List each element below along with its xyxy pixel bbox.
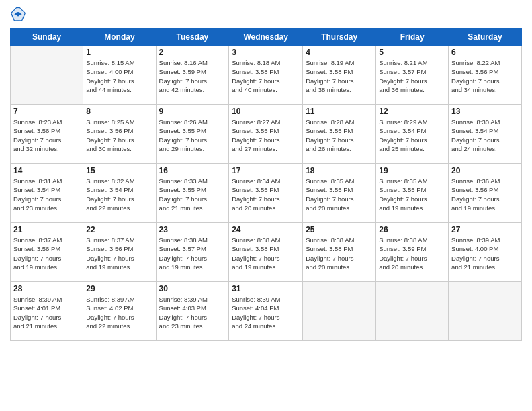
day-number: 31	[232, 284, 300, 293]
day-number: 8	[86, 107, 152, 116]
day-number: 23	[159, 225, 226, 234]
day-info: Sunrise: 8:35 AM Sunset: 3:55 PM Dayligh…	[379, 177, 445, 212]
day-info: Sunrise: 8:39 AM Sunset: 4:04 PM Dayligh…	[232, 295, 300, 330]
day-info: Sunrise: 8:29 AM Sunset: 3:54 PM Dayligh…	[379, 118, 445, 153]
calendar-cell: 8Sunrise: 8:25 AM Sunset: 3:56 PM Daylig…	[83, 105, 156, 164]
day-info: Sunrise: 8:39 AM Sunset: 4:01 PM Dayligh…	[13, 295, 80, 330]
calendar-cell: 27Sunrise: 8:39 AM Sunset: 4:00 PM Dayli…	[449, 223, 522, 282]
day-number: 5	[379, 48, 445, 57]
calendar-week-row: 21Sunrise: 8:37 AM Sunset: 3:56 PM Dayli…	[11, 223, 522, 282]
calendar-cell: 31Sunrise: 8:39 AM Sunset: 4:04 PM Dayli…	[229, 282, 303, 341]
calendar-cell: 21Sunrise: 8:37 AM Sunset: 3:56 PM Dayli…	[11, 223, 83, 282]
logo-icon	[10, 7, 26, 23]
day-info: Sunrise: 8:39 AM Sunset: 4:03 PM Dayligh…	[159, 295, 226, 330]
logo	[10, 7, 29, 23]
calendar-header-row: SundayMondayTuesdayWednesdayThursdayFrid…	[11, 29, 522, 46]
calendar-cell: 25Sunrise: 8:38 AM Sunset: 3:58 PM Dayli…	[303, 223, 376, 282]
day-number: 14	[13, 166, 80, 175]
day-info: Sunrise: 8:34 AM Sunset: 3:55 PM Dayligh…	[232, 177, 300, 212]
day-number: 26	[379, 225, 445, 234]
day-info: Sunrise: 8:18 AM Sunset: 3:58 PM Dayligh…	[232, 58, 300, 94]
calendar-week-row: 1Sunrise: 8:15 AM Sunset: 4:00 PM Daylig…	[11, 46, 522, 105]
day-info: Sunrise: 8:19 AM Sunset: 3:58 PM Dayligh…	[306, 58, 373, 94]
day-number: 10	[232, 107, 300, 116]
day-number: 16	[159, 166, 226, 175]
calendar-week-row: 7Sunrise: 8:23 AM Sunset: 3:56 PM Daylig…	[11, 105, 522, 164]
day-info: Sunrise: 8:30 AM Sunset: 3:54 PM Dayligh…	[451, 118, 519, 153]
calendar-cell: 23Sunrise: 8:38 AM Sunset: 3:57 PM Dayli…	[156, 223, 229, 282]
calendar-cell: 3Sunrise: 8:18 AM Sunset: 3:58 PM Daylig…	[229, 46, 303, 105]
day-number: 24	[232, 225, 300, 234]
day-number: 6	[451, 48, 519, 57]
day-info: Sunrise: 8:16 AM Sunset: 3:59 PM Dayligh…	[159, 58, 226, 94]
day-number: 15	[86, 166, 152, 175]
svg-point-2	[17, 13, 20, 17]
calendar-cell: 11Sunrise: 8:28 AM Sunset: 3:55 PM Dayli…	[303, 105, 376, 164]
calendar-cell: 16Sunrise: 8:33 AM Sunset: 3:55 PM Dayli…	[156, 164, 229, 223]
calendar-cell: 4Sunrise: 8:19 AM Sunset: 3:58 PM Daylig…	[303, 46, 376, 105]
calendar-cell: 29Sunrise: 8:39 AM Sunset: 4:02 PM Dayli…	[83, 282, 156, 341]
calendar-cell: 17Sunrise: 8:34 AM Sunset: 3:55 PM Dayli…	[229, 164, 303, 223]
calendar-cell: 20Sunrise: 8:36 AM Sunset: 3:56 PM Dayli…	[449, 164, 522, 223]
calendar-cell: 15Sunrise: 8:32 AM Sunset: 3:54 PM Dayli…	[83, 164, 156, 223]
day-number: 29	[86, 284, 152, 293]
page: SundayMondayTuesdayWednesdayThursdayFrid…	[0, 0, 532, 411]
calendar-cell	[303, 282, 376, 341]
calendar-day-header: Wednesday	[229, 29, 303, 46]
day-number: 7	[13, 107, 80, 116]
calendar-week-row: 14Sunrise: 8:31 AM Sunset: 3:54 PM Dayli…	[11, 164, 522, 223]
calendar-cell: 9Sunrise: 8:26 AM Sunset: 3:55 PM Daylig…	[156, 105, 229, 164]
calendar-cell: 1Sunrise: 8:15 AM Sunset: 4:00 PM Daylig…	[83, 46, 156, 105]
calendar-cell: 26Sunrise: 8:38 AM Sunset: 3:59 PM Dayli…	[376, 223, 449, 282]
day-info: Sunrise: 8:39 AM Sunset: 4:02 PM Dayligh…	[86, 295, 152, 330]
day-number: 30	[159, 284, 226, 293]
calendar-cell	[11, 46, 83, 105]
day-number: 18	[306, 166, 373, 175]
day-info: Sunrise: 8:27 AM Sunset: 3:55 PM Dayligh…	[232, 118, 300, 153]
calendar-cell: 10Sunrise: 8:27 AM Sunset: 3:55 PM Dayli…	[229, 105, 303, 164]
day-number: 22	[86, 225, 152, 234]
calendar-cell: 14Sunrise: 8:31 AM Sunset: 3:54 PM Dayli…	[11, 164, 83, 223]
calendar-week-row: 28Sunrise: 8:39 AM Sunset: 4:01 PM Dayli…	[11, 282, 522, 341]
day-info: Sunrise: 8:38 AM Sunset: 3:58 PM Dayligh…	[232, 236, 300, 271]
calendar-day-header: Saturday	[449, 29, 522, 46]
calendar-cell: 30Sunrise: 8:39 AM Sunset: 4:03 PM Dayli…	[156, 282, 229, 341]
calendar-cell: 19Sunrise: 8:35 AM Sunset: 3:55 PM Dayli…	[376, 164, 449, 223]
day-info: Sunrise: 8:21 AM Sunset: 3:57 PM Dayligh…	[379, 58, 445, 94]
day-number: 11	[306, 107, 373, 116]
calendar-day-header: Monday	[83, 29, 156, 46]
day-number: 21	[13, 225, 80, 234]
day-info: Sunrise: 8:35 AM Sunset: 3:55 PM Dayligh…	[306, 177, 373, 212]
calendar-cell: 12Sunrise: 8:29 AM Sunset: 3:54 PM Dayli…	[376, 105, 449, 164]
day-info: Sunrise: 8:38 AM Sunset: 3:59 PM Dayligh…	[379, 236, 445, 271]
day-info: Sunrise: 8:15 AM Sunset: 4:00 PM Dayligh…	[86, 58, 152, 94]
day-info: Sunrise: 8:37 AM Sunset: 3:56 PM Dayligh…	[86, 236, 152, 271]
day-number: 12	[379, 107, 445, 116]
calendar: SundayMondayTuesdayWednesdayThursdayFrid…	[10, 28, 522, 341]
calendar-cell	[449, 282, 522, 341]
day-info: Sunrise: 8:38 AM Sunset: 3:57 PM Dayligh…	[159, 236, 226, 271]
header	[10, 7, 522, 23]
calendar-cell: 24Sunrise: 8:38 AM Sunset: 3:58 PM Dayli…	[229, 223, 303, 282]
day-info: Sunrise: 8:25 AM Sunset: 3:56 PM Dayligh…	[86, 118, 152, 153]
calendar-cell: 2Sunrise: 8:16 AM Sunset: 3:59 PM Daylig…	[156, 46, 229, 105]
day-number: 2	[159, 48, 226, 57]
day-number: 20	[451, 166, 519, 175]
day-number: 1	[86, 48, 152, 57]
day-number: 19	[379, 166, 445, 175]
calendar-cell: 18Sunrise: 8:35 AM Sunset: 3:55 PM Dayli…	[303, 164, 376, 223]
day-number: 27	[451, 225, 519, 234]
calendar-cell: 28Sunrise: 8:39 AM Sunset: 4:01 PM Dayli…	[11, 282, 83, 341]
day-info: Sunrise: 8:37 AM Sunset: 3:56 PM Dayligh…	[13, 236, 80, 271]
day-number: 17	[232, 166, 300, 175]
day-info: Sunrise: 8:31 AM Sunset: 3:54 PM Dayligh…	[13, 177, 80, 212]
calendar-cell: 6Sunrise: 8:22 AM Sunset: 3:56 PM Daylig…	[449, 46, 522, 105]
day-number: 4	[306, 48, 373, 57]
day-number: 13	[451, 107, 519, 116]
calendar-day-header: Thursday	[303, 29, 376, 46]
day-number: 3	[232, 48, 300, 57]
day-info: Sunrise: 8:39 AM Sunset: 4:00 PM Dayligh…	[451, 236, 519, 271]
day-number: 9	[159, 107, 226, 116]
day-info: Sunrise: 8:36 AM Sunset: 3:56 PM Dayligh…	[451, 177, 519, 212]
calendar-cell: 5Sunrise: 8:21 AM Sunset: 3:57 PM Daylig…	[376, 46, 449, 105]
